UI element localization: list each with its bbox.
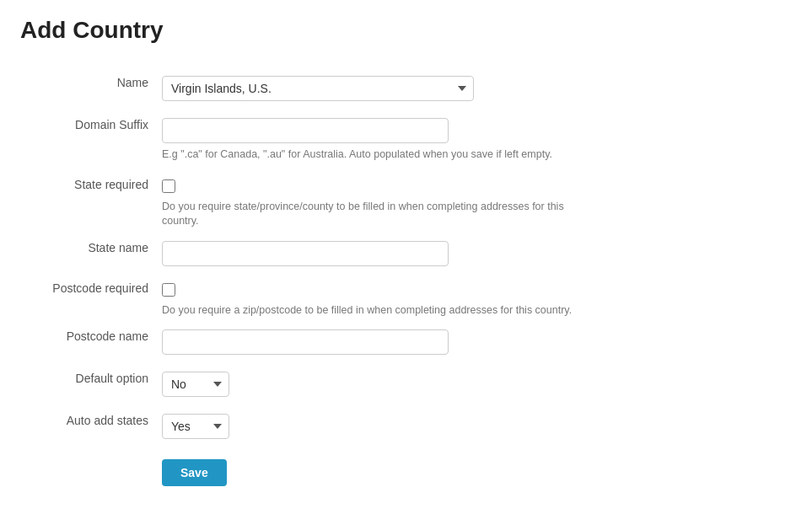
domain-suffix-label: Domain Suffix xyxy=(20,110,155,171)
name-select[interactable]: Virgin Islands, U.S.AfghanistanAlbaniaAl… xyxy=(162,76,474,101)
postcode-name-label: Postcode name xyxy=(20,321,155,363)
state-name-label: State name xyxy=(20,233,155,275)
state-name-input[interactable] xyxy=(162,241,449,266)
auto-add-states-label: Auto add states xyxy=(20,405,155,447)
postcode-name-input[interactable] xyxy=(162,329,449,355)
domain-suffix-input[interactable] xyxy=(162,118,449,143)
postcode-required-checkbox[interactable] xyxy=(162,283,175,297)
postcode-required-label: Postcode required xyxy=(20,275,155,322)
page-title: Add Country xyxy=(20,17,792,44)
state-required-label: State required xyxy=(20,171,155,233)
name-label: Name xyxy=(20,67,155,110)
domain-suffix-hint: E.g ".ca" for Canada, ".au" for Australi… xyxy=(162,147,583,163)
default-option-select[interactable]: NoYes xyxy=(162,372,229,397)
default-option-label: Default option xyxy=(20,363,155,405)
postcode-required-hint: Do you require a zip/postcode to be fill… xyxy=(162,303,583,319)
save-button[interactable]: Save xyxy=(162,459,227,486)
auto-add-states-select[interactable]: YesNo xyxy=(162,414,229,439)
state-required-checkbox[interactable] xyxy=(162,179,175,193)
state-required-hint: Do you require state/province/county to … xyxy=(162,200,583,229)
